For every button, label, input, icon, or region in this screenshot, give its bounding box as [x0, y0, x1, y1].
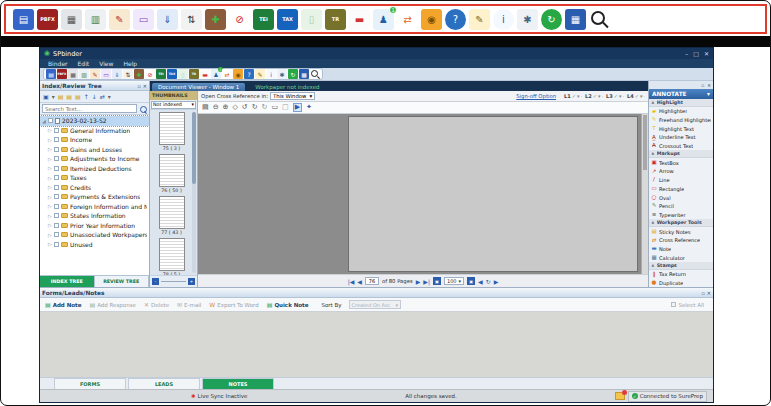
select-all-control[interactable]: Select All [671, 302, 704, 308]
restricted-icon[interactable]: ⊘ [229, 9, 250, 30]
expander-icon[interactable]: ▷ [48, 156, 52, 162]
tei-icon[interactable]: TEI [253, 9, 274, 30]
thumbnail-scrollbar[interactable] [192, 112, 196, 273]
send-to-screen-icon[interactable]: ▭ [133, 9, 154, 30]
print-icon[interactable]: ▦ [68, 69, 78, 79]
print-preview-icon[interactable]: ▥ [85, 9, 106, 30]
annotate-row[interactable]: ∧ ▬ Note [649, 245, 713, 254]
prev-page-icon[interactable]: ◀ [357, 278, 362, 285]
annotate-row[interactable]: ∧ ▭ Rectangle [649, 185, 713, 194]
annotate-row[interactable]: ∧ ↗ Arrow [649, 167, 713, 176]
tab-workpaper-not-indexed[interactable]: Workpaper not indexed [251, 83, 323, 91]
user-notifications-icon[interactable]: ♟1 [211, 69, 221, 79]
goto-page-icon[interactable]: ▣ [433, 277, 441, 285]
delete-note-button[interactable]: ✕ Delete [144, 302, 169, 308]
tray-notification-icon[interactable] [615, 392, 625, 400]
thumbnails-header[interactable]: THUMBNAILS [150, 91, 197, 100]
history-back-icon[interactable]: ◀ [478, 278, 483, 285]
thumbnail-image[interactable] [159, 154, 185, 187]
menu-item[interactable]: Binder [48, 60, 68, 67]
save-icon[interactable]: ▤ [46, 69, 56, 79]
expander-icon[interactable]: ▷ [48, 232, 52, 238]
tree-item[interactable]: ▷ States Information [40, 211, 149, 221]
fit-width-icon[interactable]: □ [282, 104, 289, 111]
signoff-level[interactable]: L2 ✓ ▾ · [585, 93, 603, 99]
tree-item[interactable]: ▷ Gains and Losses [40, 145, 149, 155]
link-icon[interactable]: ⇄ [100, 94, 105, 100]
page-thumbnail[interactable]: 77 ( 43 ) [159, 196, 185, 235]
expander-icon[interactable]: ▷ [48, 146, 52, 152]
tab-document-viewer[interactable]: Document Viewer - Window 1 [152, 83, 245, 91]
checkbox[interactable] [54, 175, 59, 180]
add-stamp-icon[interactable]: ✚ [205, 9, 226, 30]
minimize-button[interactable]: – [685, 51, 688, 57]
expander-icon[interactable]: ◢ [42, 118, 46, 124]
page-number-input[interactable] [365, 277, 379, 285]
folder-icon[interactable]: ▤ [75, 94, 81, 100]
checkbox[interactable] [54, 156, 59, 161]
search-icon[interactable] [139, 105, 147, 113]
user-settings-icon[interactable]: ✱ [277, 69, 287, 79]
annotate-row[interactable]: ∧ ‖ Tax Return [649, 270, 713, 279]
add-response-button[interactable]: ▤ Add Response [89, 302, 135, 308]
annotate-row[interactable]: ∧ ⇄ Cross Reference [649, 236, 713, 245]
menu-item[interactable]: View [99, 60, 113, 67]
restricted-icon[interactable]: ⊘ [145, 69, 155, 79]
search-icon[interactable] [310, 69, 320, 79]
annotate-row[interactable]: ∧ ✎ Freehand Highlighter [649, 116, 713, 125]
tree-item[interactable]: ▷ Taxes [40, 173, 149, 183]
move-up-icon[interactable]: ↑ [84, 94, 89, 100]
refresh-icon[interactable]: ↻ [262, 104, 268, 111]
annotate-header[interactable]: ANNOTATE ▾ [649, 89, 713, 99]
send-to-screen-icon[interactable]: ▭ [101, 69, 111, 79]
expander-icon[interactable]: ▷ [48, 184, 52, 190]
info-icon[interactable]: i [266, 69, 276, 79]
workspace-grid-icon[interactable]: ▦ [299, 69, 309, 79]
checkbox[interactable] [54, 194, 59, 199]
pbfx-export-icon[interactable]: PBFX [57, 69, 67, 79]
annotate-row[interactable]: ∧ A̶ Crossout Text [649, 142, 713, 151]
expander-icon[interactable]: ▷ [48, 241, 52, 247]
move-down-icon[interactable]: ↓ [92, 94, 97, 100]
tree-item[interactable]: ▷ Foreign Information and Nonresident [40, 202, 149, 212]
save-icon[interactable]: ▤ [13, 9, 34, 30]
annotate-row[interactable]: ∧ ○ Oval [649, 193, 713, 202]
reorder-pages-icon[interactable]: ⇅ [123, 69, 133, 79]
transfer-arrows-icon[interactable]: ⇄ [397, 9, 418, 30]
zoom-dropdown[interactable]: 100▾ [444, 277, 464, 285]
print-preview-icon[interactable]: ▥ [79, 69, 89, 79]
expander-icon[interactable]: ▷ [48, 194, 52, 200]
annotate-row[interactable]: ∧ ▰ Highlighter [649, 107, 713, 116]
checkbox[interactable] [54, 166, 59, 171]
network-transfer-icon[interactable]: ⇓ [112, 69, 122, 79]
quick-note-button[interactable]: ▤ Quick Note [267, 302, 309, 308]
checkbox[interactable] [54, 223, 59, 228]
tab-forms[interactable]: FORMS [54, 378, 126, 389]
annotate-row[interactable]: ∧ T Highlight Text [649, 124, 713, 133]
signer-icon[interactable]: ✎ [469, 9, 490, 30]
pan-icon[interactable]: ◇ [232, 104, 237, 111]
review-sheet-icon[interactable]: ✎ [109, 9, 130, 30]
annotate-row[interactable]: ∧ ▣ TextBox [649, 158, 713, 167]
sync-icon[interactable]: ↻ [288, 69, 298, 79]
last-page-icon[interactable]: ▶| [423, 278, 430, 285]
expander-icon[interactable]: ▷ [48, 222, 52, 228]
binder-faded-icon[interactable]: ▯ [301, 9, 322, 30]
print-page-icon[interactable]: ▤ [202, 104, 209, 111]
help-icon[interactable]: ? [445, 9, 466, 30]
more-icon[interactable]: ▾ [108, 94, 111, 100]
sticky-note-icon[interactable]: ▬ [349, 9, 370, 30]
signer-icon[interactable]: ✎ [255, 69, 265, 79]
fit-icon[interactable]: ▣ [467, 277, 475, 285]
add-note-button[interactable]: ▤ Add Note [45, 302, 81, 308]
annotate-row[interactable]: ∧ ✎ Pencil [649, 202, 713, 211]
expander-icon[interactable]: ▷ [48, 203, 52, 209]
reorder-pages-icon[interactable]: ⇅ [181, 9, 202, 30]
signoff-level[interactable]: L1 ✓ ▾ · [564, 93, 582, 99]
fit-page-icon[interactable]: ▭ [271, 104, 278, 111]
user-notifications-icon[interactable]: ♟1 [373, 9, 394, 30]
annotate-row[interactable]: ∧ / Line [649, 176, 713, 185]
close-icon[interactable]: ✕ [143, 83, 147, 89]
select-all-checkbox[interactable] [671, 302, 676, 307]
tree-item[interactable]: ▷ General Information [40, 126, 149, 136]
